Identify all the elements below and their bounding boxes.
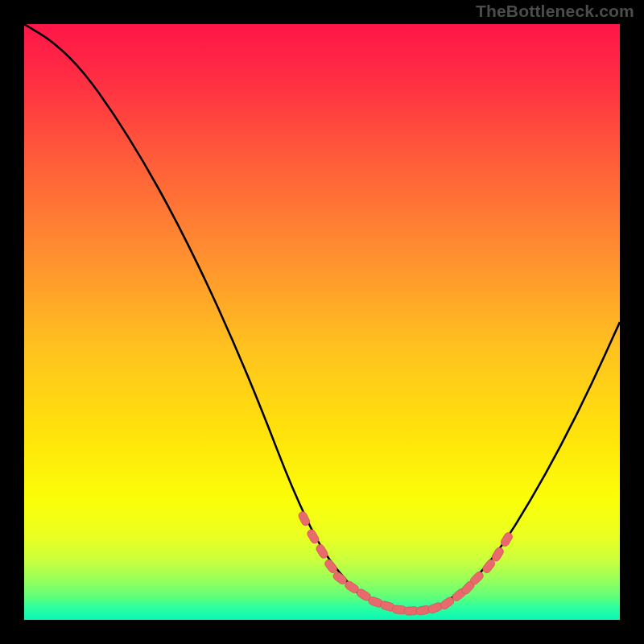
plot-area [24, 24, 620, 620]
marker-dot [324, 558, 339, 574]
marker-group [297, 510, 514, 616]
chart-svg [24, 24, 620, 620]
chart-outer: TheBottleneck.com [0, 0, 644, 644]
watermark-text: TheBottleneck.com [476, 2, 634, 21]
line-series [24, 24, 620, 611]
